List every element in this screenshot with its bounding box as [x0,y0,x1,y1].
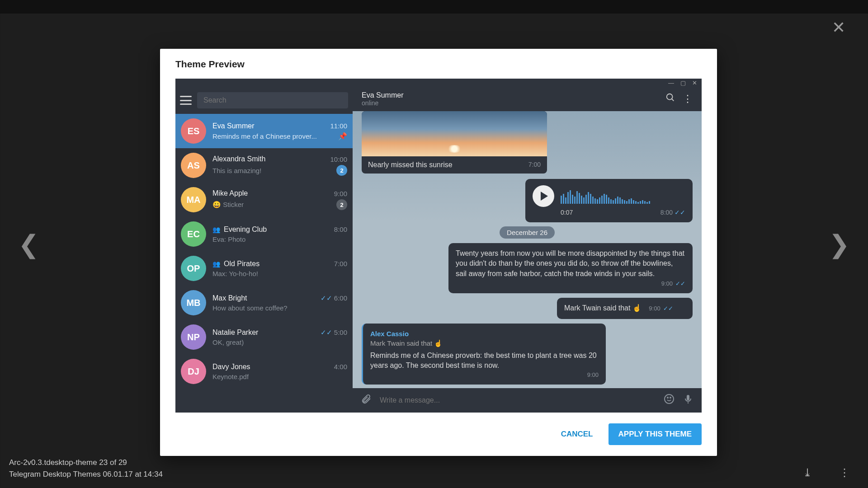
chat-name: Alexandra Smith [212,155,265,163]
image-caption: Nearly missed this sunrise [368,161,453,169]
chat-name: 👥 Old Pirates [212,260,259,268]
cancel-button[interactable]: CANCEL [557,423,598,445]
sunrise-image [362,111,547,156]
date-divider: December 26 [362,229,693,237]
unread-badge: 2 [336,165,347,176]
chat-preview: Max: Yo-ho-ho! [212,270,258,277]
chat-time: 10:00 [330,155,347,163]
message-input[interactable] [380,396,656,404]
avatar: ES [181,118,206,144]
reply-sender: Alex Cassio [370,329,599,338]
avatar: NP [181,324,206,350]
chat-preview: Eva: Photo [212,235,245,243]
chat-preview: Reminds me of a Chinese prover... [212,132,317,140]
chat-item[interactable]: MBMax Bright✓✓6:00How about some coffee? [175,286,353,320]
caption-filename: Arc-2v0.3.tdesktop-theme 23 of 29 [9,458,163,467]
chat-name: Max Bright [212,294,247,302]
more-icon[interactable]: ⋮ [839,466,850,479]
caption-meta: Telegram Desktop Themes 06.01.17 at 14:3… [9,470,163,479]
chat-time: ✓✓6:00 [321,294,347,302]
avatar: MA [181,187,206,212]
message-text: Reminds me of a Chinese proverb: the bes… [370,351,599,371]
chat-name: Natalie Parker [212,328,258,337]
message-area: Nearly missed this sunrise 7:00 0:07 8:0… [353,111,702,388]
chat-time: 11:00 [330,122,347,130]
chat-name: 👥 Evening Club [212,225,267,234]
waveform[interactable] [561,188,685,204]
read-ticks-icon: ✓✓ [663,305,673,312]
sidebar: ESEva Summer11:00Reminds me of a Chinese… [175,87,353,413]
bg-menubar [0,0,868,14]
search-icon[interactable] [665,93,675,105]
download-icon[interactable]: ⤓ [803,466,812,479]
read-ticks-icon: ✓✓ [675,280,685,287]
close-icon[interactable]: ✕ [832,18,845,37]
svg-point-0 [667,94,673,100]
minimize-icon[interactable]: — [668,80,674,86]
voice-duration: 0:07 [561,209,573,216]
incoming-message: Alex Cassio Mark Twain said that ☝️ Remi… [362,324,606,385]
chat-name: Davy Jones [212,363,250,371]
read-ticks-icon: ✓✓ [321,294,332,302]
chat-time: 8:00 [334,225,347,233]
kebab-icon[interactable]: ⋮ [683,93,693,105]
prev-arrow-icon[interactable]: ❮ [18,230,39,259]
mic-icon[interactable] [683,394,693,407]
chat-item[interactable]: ASAlexandra Smith10:00This is amazing!2 [175,148,353,183]
message-composer [353,388,702,413]
message-text: Twenty years from now you will be more d… [456,249,685,279]
svg-point-2 [665,394,674,404]
apply-theme-button[interactable]: APPLY THIS THEME [609,423,702,445]
search-input[interactable] [197,92,348,108]
dialog-actions: CANCEL APPLY THIS THEME [160,413,717,456]
attach-icon[interactable] [361,394,372,407]
svg-point-4 [670,397,671,398]
chat-item[interactable]: DJDavy Jones4:00Keynote.pdf [175,354,353,389]
outgoing-message: Twenty years from now you will be more d… [448,243,693,293]
chat-time: 9:00 [334,190,347,197]
next-arrow-icon[interactable]: ❯ [829,230,850,259]
chat-name: Eva Summer [212,122,254,130]
emoji-icon[interactable] [664,394,675,407]
window-titlebar: — ▢ ✕ [175,79,702,87]
image-message[interactable]: Nearly missed this sunrise 7:00 [362,111,547,174]
close-window-icon[interactable]: ✕ [692,80,697,86]
chat-item[interactable]: MAMike Apple9:00😀 Sticker2 [175,183,353,217]
chat-list: ESEva Summer11:00Reminds me of a Chinese… [175,114,353,413]
group-icon: 👥 [212,260,220,267]
chat-preview: OK, great) [212,338,244,346]
image-time: 7:00 [528,161,541,169]
lightbox-caption: Arc-2v0.3.tdesktop-theme 23 of 29 Telegr… [9,458,163,479]
message-time: 9:00 [649,305,660,312]
chat-peer-status: online [362,99,658,107]
chat-time: ✓✓5:00 [321,328,347,337]
chat-item[interactable]: OP👥 Old Pirates7:00Max: Yo-ho-ho! [175,251,353,286]
chat-peer-name: Eva Summer [362,91,658,99]
read-ticks-icon: ✓✓ [321,328,332,336]
svg-line-1 [672,99,674,101]
chat-main: Eva Summer online ⋮ Nearly missed this s… [353,87,702,413]
avatar: DJ [181,359,206,384]
chat-preview: How about some coffee? [212,304,288,312]
chat-item[interactable]: NPNatalie Parker✓✓5:00OK, great) [175,320,353,354]
message-time: 9:00 [587,371,599,378]
avatar: OP [181,256,206,281]
pin-icon: 📌 [338,132,347,141]
outgoing-message: Mark Twain said that ☝️ 9:00✓✓ [557,298,693,319]
avatar: EC [181,221,206,247]
play-icon[interactable] [533,185,554,207]
svg-rect-5 [687,395,689,400]
theme-preview-dialog: Theme Preview — ▢ ✕ ESEva Summer11:00Rem… [160,49,717,456]
chat-preview: 😀 Sticker [212,201,244,209]
menu-icon[interactable] [180,96,192,105]
chat-item[interactable]: EC👥 Evening Club8:00Eva: Photo [175,217,353,251]
avatar: MB [181,290,206,315]
unread-badge: 2 [336,199,347,210]
maximize-icon[interactable]: ▢ [680,80,686,86]
chat-time: 7:00 [334,260,347,267]
reply-quoted: Mark Twain said that ☝️ [370,338,599,348]
voice-message: 0:07 8:00 ✓✓ [525,179,693,222]
svg-point-3 [667,397,668,398]
chat-item[interactable]: ESEva Summer11:00Reminds me of a Chinese… [175,114,353,148]
read-ticks-icon: ✓✓ [675,209,685,216]
